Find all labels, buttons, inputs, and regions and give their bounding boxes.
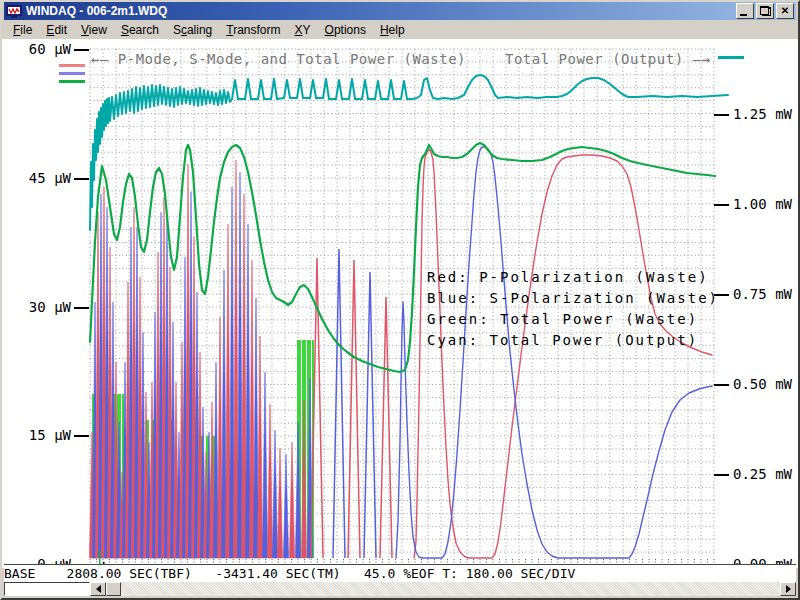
menu-item-help[interactable]: Help <box>373 21 412 39</box>
status-text: BASE 2808.00 SEC(TBF) -3431.40 SEC(TM) 4… <box>4 566 575 581</box>
restore-button[interactable] <box>756 3 774 19</box>
scroll-row <box>4 582 796 596</box>
close-button[interactable]: ✕ <box>776 3 794 19</box>
menu-item-file[interactable]: File <box>6 21 39 39</box>
scrollbar-thumb[interactable] <box>106 582 121 596</box>
menu-item-edit[interactable]: Edit <box>39 21 74 39</box>
menu-bar: FileEditViewSearchScalingTransformXYOpti… <box>4 20 796 39</box>
scroll-right-icon <box>786 585 791 593</box>
minimize-button[interactable] <box>736 3 754 19</box>
menu-item-scaling[interactable]: Scaling <box>166 21 219 39</box>
scrollbar-track[interactable] <box>121 582 780 596</box>
menu-item-transform[interactable]: Transform <box>219 21 287 39</box>
waveform-canvas[interactable] <box>2 2 800 600</box>
window-title: WINDAQ - 006-2m1.WDQ <box>26 4 167 18</box>
windaq-app-icon <box>6 5 22 18</box>
menu-item-view[interactable]: View <box>74 21 114 39</box>
menu-item-search[interactable]: Search <box>114 21 166 39</box>
status-bar: BASE 2808.00 SEC(TBF) -3431.40 SEC(TM) 4… <box>4 564 796 582</box>
title-bar[interactable]: WINDAQ - 006-2m1.WDQ ✕ <box>4 2 796 20</box>
close-icon: ✕ <box>781 6 789 16</box>
pan-preview-box[interactable] <box>4 582 90 596</box>
scroll-left-button[interactable] <box>90 582 106 596</box>
windaq-window: ←— P-Mode, S-Mode, and Total Power (Wast… <box>0 0 800 600</box>
menu-item-xy[interactable]: XY <box>288 21 318 39</box>
scroll-right-button[interactable] <box>780 582 796 596</box>
scroll-left-icon <box>96 585 101 593</box>
minimize-icon <box>740 14 747 16</box>
menu-item-options[interactable]: Options <box>318 21 373 39</box>
